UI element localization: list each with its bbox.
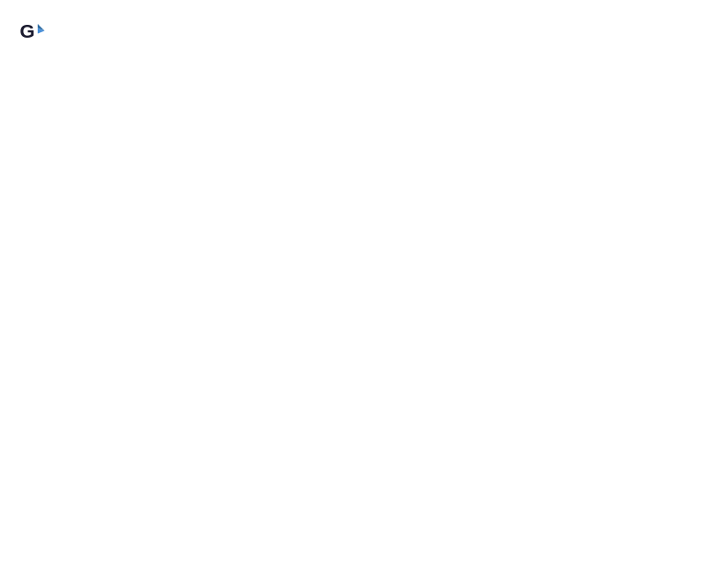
svg-text:G: G (20, 20, 35, 41)
logo-icon: G (18, 18, 46, 46)
page-header: G (18, 18, 710, 46)
logo: G (18, 18, 48, 46)
